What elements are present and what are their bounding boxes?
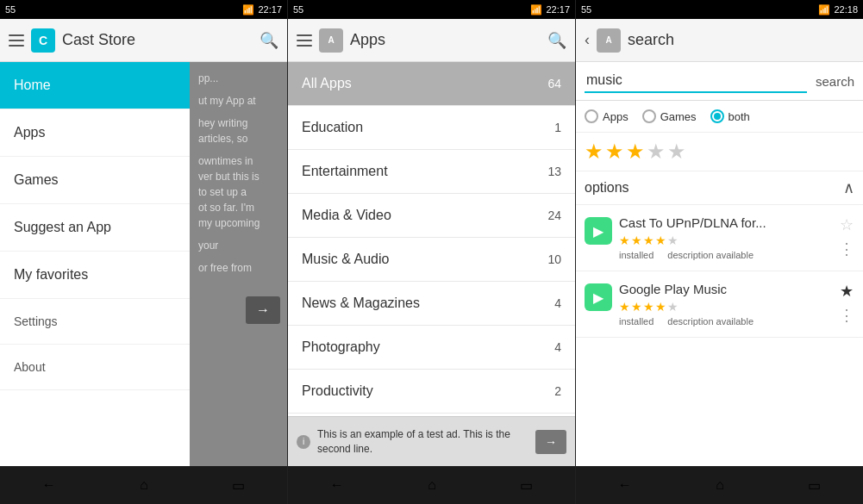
more-button-gpm[interactable]: ⋮ — [839, 308, 854, 323]
home-button-1[interactable]: ⌂ — [140, 477, 148, 493]
category-photography[interactable]: Photography 4 — [288, 326, 575, 370]
status-left-1: 55 — [5, 4, 16, 15]
search-input-row: search — [576, 62, 863, 101]
panel-header-1: C Cast Store 🔍 — [0, 19, 287, 62]
category-productivity[interactable]: Productivity 2 — [288, 370, 575, 414]
result-info-gpm: Google Play Music ★ ★ ★ ★ ★ installed de… — [619, 282, 832, 327]
star-2[interactable]: ★ — [605, 140, 624, 164]
panel-1-body: Home Apps Games Suggest an App My favori… — [0, 62, 287, 504]
result-item-gpm[interactable]: ▶ Google Play Music ★ ★ ★ ★ ★ — [576, 271, 863, 338]
ad-text: This is an example of a test ad. This is… — [317, 427, 535, 457]
result-star-cast-3: ★ — [643, 233, 654, 247]
category-news-magazines[interactable]: News & Magazines 4 — [288, 282, 575, 326]
search-input[interactable] — [585, 69, 807, 93]
recents-button-1[interactable]: ▭ — [232, 477, 245, 494]
star-5[interactable]: ★ — [667, 140, 686, 164]
sidebar-item-apps[interactable]: Apps — [0, 109, 190, 157]
result-star-cast-1: ★ — [619, 233, 630, 247]
back-button-3[interactable]: ← — [618, 477, 632, 493]
sidebar: Home Apps Games Suggest an App My favori… — [0, 62, 190, 466]
category-music-audio[interactable]: Music & Audio 10 — [288, 238, 575, 282]
clock-1: 22:17 — [258, 4, 282, 15]
status-time-left-1: 55 — [5, 4, 16, 15]
result-installed-gpm: installed — [619, 316, 654, 327]
result-stars-gpm: ★ ★ ★ ★ ★ — [619, 300, 832, 314]
options-row[interactable]: options ∧ — [576, 171, 863, 205]
wifi-icon-2: 📶 — [530, 4, 542, 16]
app-icon-1: C — [31, 28, 55, 53]
result-desc-gpm: description available — [667, 316, 754, 327]
sidebar-item-favorites[interactable]: My favorites — [0, 252, 190, 299]
result-name-cast: Cast To UPnP/DLNA for... — [619, 215, 766, 230]
recents-button-2[interactable]: ▭ — [520, 477, 533, 494]
result-meta-gpm: installed description available — [619, 316, 832, 327]
options-label: options — [585, 180, 629, 196]
sidebar-item-settings[interactable]: Settings — [0, 299, 190, 345]
chevron-up-icon: ∧ — [843, 178, 854, 197]
category-entertainment[interactable]: Entertainment 13 — [288, 150, 575, 194]
radio-circle-apps — [585, 109, 598, 123]
more-button-cast[interactable]: ⋮ — [839, 241, 854, 257]
back-icon-3[interactable]: ‹ — [585, 31, 590, 49]
sidebar-item-about[interactable]: About — [0, 345, 190, 390]
hamburger-menu-2[interactable] — [297, 34, 312, 47]
search-button[interactable]: search — [816, 74, 854, 89]
apps-list: All Apps 64 Education 1 Entertainment 13… — [288, 62, 575, 416]
sidebar-item-games[interactable]: Games — [0, 157, 190, 204]
result-icon-gpm: ▶ — [585, 283, 612, 311]
radio-both[interactable]: both — [710, 109, 750, 123]
header-title-2: Apps — [350, 31, 547, 49]
category-education[interactable]: Education 1 — [288, 106, 575, 150]
search-icon-1[interactable]: 🔍 — [260, 31, 278, 50]
status-right-1: 📶 22:17 — [242, 4, 282, 16]
ad-bar: i This is an example of a test ad. This … — [288, 416, 575, 466]
result-actions-cast: ☆ ⋮ — [839, 215, 854, 257]
search-icon-2[interactable]: 🔍 — [547, 31, 566, 50]
bottom-nav-1: ← ⌂ ▭ — [0, 466, 287, 504]
star-4[interactable]: ★ — [647, 140, 666, 164]
back-button-1[interactable]: ← — [42, 477, 56, 493]
category-all-apps[interactable]: All Apps 64 — [288, 62, 575, 106]
screen-2: 55 📶 22:17 A Apps 🔍 All Apps 64 Educati — [288, 0, 575, 504]
result-item-cast[interactable]: ▶ Cast To UPnP/DLNA for... ★ ★ ★ ★ ★ — [576, 205, 863, 271]
favorite-star-cast[interactable]: ☆ — [840, 215, 854, 234]
recents-button-3[interactable]: ▭ — [808, 477, 821, 494]
content-arrow-button[interactable]: → — [246, 296, 280, 324]
bottom-nav-3: ← ⌂ ▭ — [576, 466, 863, 504]
home-button-2[interactable]: ⌂ — [428, 477, 436, 493]
result-star-cast-5: ★ — [667, 233, 679, 247]
ad-icon: i — [297, 435, 310, 449]
ad-arrow-button[interactable]: → — [535, 430, 566, 454]
screen-1: 55 📶 22:17 C Cast Store 🔍 — [0, 0, 287, 504]
wifi-icon-1: 📶 — [242, 4, 254, 16]
home-button-3[interactable]: ⌂ — [716, 477, 724, 493]
result-star-gpm-4: ★ — [655, 300, 666, 314]
back-button-2[interactable]: ← — [330, 477, 344, 493]
sidebar-content: pp... ut my App at hey writingarticles, … — [190, 62, 287, 466]
result-stars-cast: ★ ★ ★ ★ ★ — [619, 233, 832, 247]
header-title-1: Cast Store — [62, 31, 260, 49]
sidebar-item-suggest[interactable]: Suggest an App — [0, 204, 190, 252]
sidebar-item-home[interactable]: Home — [0, 62, 190, 109]
radio-group: Apps Games both — [576, 101, 863, 133]
wifi-icon-3: 📶 — [818, 4, 830, 16]
radio-games[interactable]: Games — [642, 109, 697, 123]
result-installed-cast: installed — [619, 250, 654, 260]
screen-3: 55 📶 22:18 ‹ A search search — [576, 0, 863, 504]
result-meta-cast: installed description available — [619, 250, 832, 260]
result-desc-cast: description available — [667, 250, 754, 260]
star-3[interactable]: ★ — [626, 140, 645, 164]
stars-filter-row: ★ ★ ★ ★ ★ — [576, 133, 863, 171]
result-star-gpm-3: ★ — [643, 300, 654, 314]
status-bar-3: 55 📶 22:18 — [576, 0, 863, 19]
radio-apps[interactable]: Apps — [585, 109, 628, 123]
hamburger-menu-1[interactable] — [9, 34, 24, 47]
star-1[interactable]: ★ — [585, 140, 603, 164]
result-info-cast: Cast To UPnP/DLNA for... ★ ★ ★ ★ ★ insta… — [619, 215, 832, 260]
result-star-cast-2: ★ — [631, 233, 642, 247]
favorite-star-gpm[interactable]: ★ — [840, 282, 854, 301]
panel-header-3: ‹ A search — [576, 19, 863, 62]
category-media-video[interactable]: Media & Video 24 — [288, 194, 575, 238]
status-bar-1: 55 📶 22:17 — [0, 0, 287, 19]
result-star-gpm-2: ★ — [631, 300, 642, 314]
